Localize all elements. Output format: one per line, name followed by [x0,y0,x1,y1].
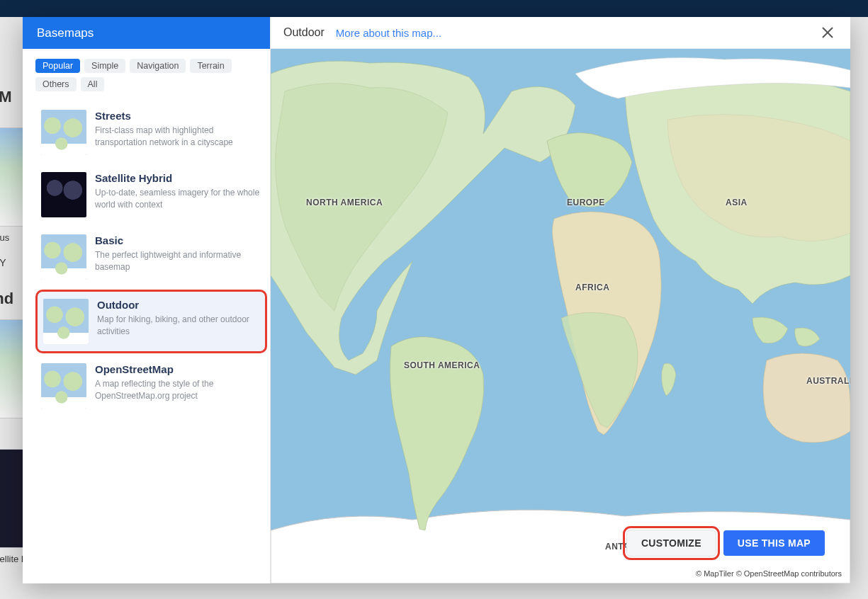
filter-row: Popular Simple Navigation Terrain Others… [23,49,270,98]
filter-popular[interactable]: Popular [35,59,80,73]
filter-terrain[interactable]: Terrain [190,59,231,73]
map-item-title: OpenStreetMap [95,363,261,375]
map-item-basic[interactable]: Basic The perfect lightweight and inform… [35,227,267,287]
filter-others[interactable]: Others [35,77,77,91]
map-item-desc: The perfect lightweight and informative … [95,249,261,273]
map-preview[interactable]: NORTH AMERICA EUROPE ASIA AFRICA SOUTH A… [271,49,850,583]
map-item-title: Satellite Hybrid [95,172,261,184]
continent-label: AUSTRALIA [806,376,850,386]
basemaps-modal: Basemaps Popular Simple Navigation Terra… [23,17,850,583]
sidebar: Basemaps Popular Simple Navigation Terra… [23,17,271,583]
map-item-desc: A map reflecting the style of the OpenSt… [95,378,261,402]
continent-label: AFRICA [575,283,609,292]
map-item-streets[interactable]: Streets First-class map with highlighted… [35,103,267,162]
detail-panel: Outdoor More about this map... [271,17,850,583]
filter-navigation[interactable]: Navigation [130,59,186,73]
map-attribution: © MapTiler © OpenStreetMap contributors [692,568,846,579]
map-thumb-icon [41,234,86,280]
map-thumb-icon [41,110,86,155]
map-thumb-icon [41,172,86,217]
map-item-title: Basic [95,234,261,246]
more-about-link[interactable]: More about this map... [336,27,441,39]
continent-label: NORTH AMERICA [306,198,383,207]
map-item-desc: Map for hiking, biking, and other outdoo… [97,314,259,338]
map-item-desc: First-class map with highlighted transpo… [95,125,261,149]
map-item-openstreetmap[interactable]: OpenStreetMap A map reflecting the style… [35,356,267,416]
close-icon[interactable] [818,23,838,42]
continent-label: EUROPE [567,198,605,207]
filter-all[interactable]: All [81,77,105,91]
detail-title: Outdoor [283,26,325,39]
map-item-satellite-hybrid[interactable]: Satellite Hybrid Up-to-date, seamless im… [35,165,267,224]
continent-label: ASIA [726,198,748,207]
customize-button[interactable]: CUSTOMIZE [626,530,716,557]
sidebar-title: Basemaps [23,17,270,49]
detail-header: Outdoor More about this map... [271,17,850,49]
map-item-title: Outdoor [97,299,259,311]
map-item-title: Streets [95,110,261,122]
map-item-desc: Up-to-date, seamless imagery for the who… [95,187,261,211]
map-list: Streets First-class map with highlighted… [23,98,270,583]
continent-label: SOUTH AMERICA [404,360,480,370]
filter-simple[interactable]: Simple [84,59,125,73]
map-thumb-icon [41,363,86,409]
map-item-outdoor[interactable]: Outdoor Map for hiking, biking, and othe… [35,290,267,353]
map-thumb-icon [43,299,89,344]
action-buttons: CUSTOMIZE USE THIS MAP [626,530,825,557]
use-this-map-button[interactable]: USE THIS MAP [723,530,825,556]
